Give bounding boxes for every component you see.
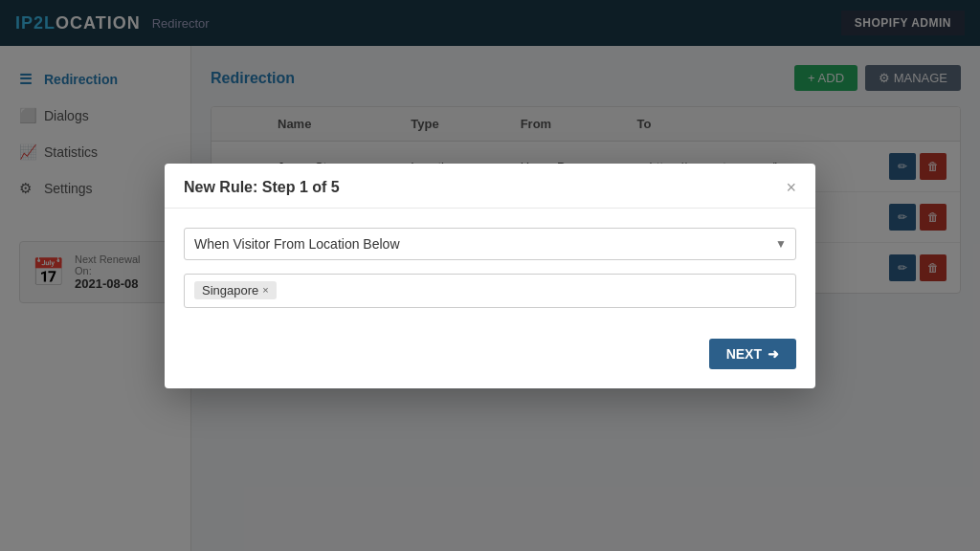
modal-body: When Visitor From Location Below When Vi…	[165, 209, 815, 327]
modal-close-button[interactable]: ×	[786, 179, 796, 196]
next-label: NEXT	[726, 346, 762, 362]
new-rule-modal: New Rule: Step 1 of 5 × When Visitor Fro…	[165, 164, 815, 388]
modal-overlay: New Rule: Step 1 of 5 × When Visitor Fro…	[0, 0, 980, 551]
modal-title: New Rule: Step 1 of 5	[184, 179, 340, 196]
condition-select[interactable]: When Visitor From Location Below When Vi…	[184, 228, 796, 260]
tag-singapore: Singapore ×	[194, 281, 277, 299]
condition-select-wrapper: When Visitor From Location Below When Vi…	[184, 228, 796, 260]
tag-label: Singapore	[202, 283, 258, 298]
location-tag-input[interactable]: Singapore ×	[184, 274, 796, 308]
modal-header: New Rule: Step 1 of 5 ×	[165, 164, 815, 209]
modal-footer: NEXT ➜	[165, 327, 815, 388]
next-arrow-icon: ➜	[768, 346, 779, 362]
next-button[interactable]: NEXT ➜	[709, 339, 796, 369]
tag-remove-button[interactable]: ×	[262, 285, 268, 296]
